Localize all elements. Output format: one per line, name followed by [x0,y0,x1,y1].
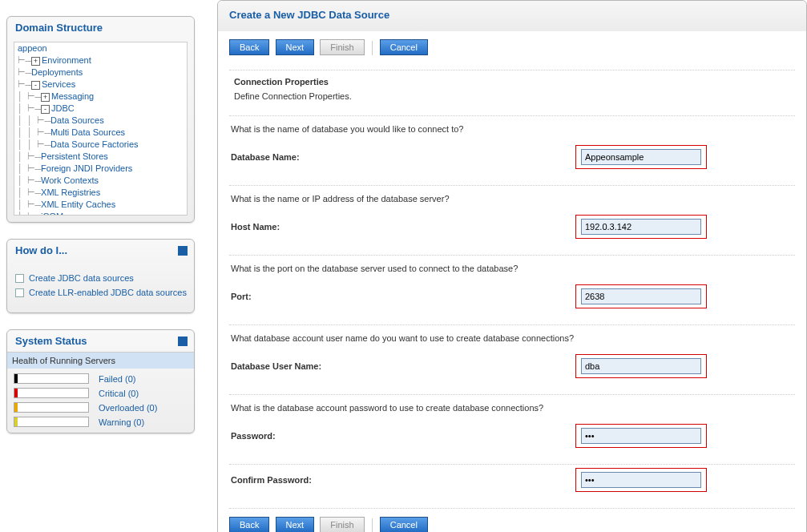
field-question: What is the port on the database server … [229,256,795,281]
bullet-icon [15,288,24,297]
tree-item-label[interactable]: Data Sources [50,115,104,125]
field-question: What is the name or IP address of the da… [229,186,795,212]
tree-item[interactable]: │ ⊢---+Messaging [18,91,187,103]
status-row: Warning (0) [14,417,188,427]
main-panel: Create a New JDBC Data Source Back Next … [217,0,807,532]
tree-item-label[interactable]: Data Source Factories [50,139,138,149]
howdoi-item[interactable]: Create LLR-enabled JDBC data sources [15,288,188,297]
password-input[interactable] [581,428,701,444]
field-label: Database User Name: [231,361,575,371]
back-button[interactable]: Back [229,517,269,532]
tree-item[interactable]: │ ⊢---jCOM [18,211,187,216]
tree-item-label[interactable]: XML Registries [41,187,100,197]
database-user-name-input[interactable] [581,358,701,374]
field-row: Password: [229,421,795,457]
domain-tree[interactable]: appeon ⊢---+Environment⊢---Deployments⊢-… [14,42,188,216]
domain-structure-panel: Domain Structure appeon ⊢---+Environment… [6,16,195,223]
collapse-icon[interactable] [178,337,188,346]
tree-item[interactable]: │ ⊢---XML Registries [18,187,187,199]
tree-item-label[interactable]: Services [42,79,75,89]
howdoi-list: Create JDBC data sourcesCreate LLR-enabl… [14,273,188,297]
status-bar [14,373,89,384]
tree-item-label[interactable]: Environment [42,55,91,65]
howdoi-link[interactable]: Create JDBC data sources [29,273,134,283]
port-input[interactable] [581,288,701,304]
howdoi-item[interactable]: Create JDBC data sources [15,273,188,283]
field-question: What database account user name do you w… [229,325,795,351]
database-name-input[interactable] [581,149,701,165]
button-row-bottom: Back Next Finish Cancel [218,509,806,532]
status-bar [14,402,89,413]
field-question: What is the database account password to… [229,395,795,421]
system-status-panel: System Status Health of Running Servers … [6,329,195,433]
tree-item[interactable]: │ ⊢---Persistent Stores [18,151,187,163]
field-question: What is the name of database you would l… [229,116,795,142]
next-button[interactable]: Next [276,39,315,55]
tree-item[interactable]: │ │ ⊢---Multi Data Sources [18,127,187,139]
howdoi-link[interactable]: Create LLR-enabled JDBC data sources [29,288,187,297]
tree-item[interactable]: ⊢---Deployments [18,66,187,79]
tree-expander-icon[interactable]: + [31,57,40,66]
domain-structure-title: Domain Structure [15,22,103,34]
section-description: Define Connection Properties. [229,90,795,109]
cancel-button[interactable]: Cancel [380,39,428,55]
field-row: Host Name: [229,212,795,248]
tree-expander-icon[interactable]: - [31,81,40,90]
tree-item[interactable]: │ ⊢---XML Entity Caches [18,199,187,211]
field-row: Confirm Password: [229,465,795,502]
tree-item-label[interactable]: jCOM [41,212,63,216]
finish-button: Finish [320,39,364,55]
field-label: Password: [231,431,575,441]
how-do-i-panel: How do I... Create JDBC data sourcesCrea… [6,239,195,313]
input-highlight [575,424,707,448]
input-highlight [575,468,707,492]
tree-item[interactable]: ⊢----Services [18,79,187,91]
tree-item-label[interactable]: JDBC [51,103,75,113]
input-highlight [575,284,707,308]
tree-item-label[interactable]: Persistent Stores [41,151,108,161]
confirm-password-input[interactable] [581,472,701,488]
button-separator [372,518,373,532]
tree-item[interactable]: │ ⊢---Work Contexts [18,175,187,187]
back-button[interactable]: Back [229,39,269,55]
how-do-i-title: How do I... [15,244,67,256]
button-row-top: Back Next Finish Cancel [218,31,806,63]
collapse-icon[interactable] [178,246,188,256]
status-link[interactable]: Warning (0) [99,417,144,427]
field-row: Database User Name: [229,351,795,388]
tree-item[interactable]: ⊢---+Environment [18,54,187,66]
tree-item[interactable]: │ │ ⊢---Data Sources [18,115,187,127]
tree-item-label[interactable]: Foreign JNDI Providers [41,163,132,173]
system-status-title: System Status [15,335,87,347]
tree-expander-icon[interactable]: + [41,93,50,102]
cancel-button[interactable]: Cancel [380,517,428,532]
tree-item[interactable]: │ ⊢---Foreign JNDI Providers [18,163,187,175]
status-bar [14,388,89,398]
status-link[interactable]: Overloaded (0) [99,403,157,413]
button-separator [372,41,373,55]
tree-item-label[interactable]: Work Contexts [41,175,99,185]
input-highlight [575,145,707,169]
field-label: Host Name: [231,222,575,232]
status-link[interactable]: Failed (0) [99,374,135,384]
next-button[interactable]: Next [276,517,315,532]
status-row: Failed (0) [14,373,188,384]
status-row: Overloaded (0) [14,402,188,413]
field-label: Confirm Password: [231,475,575,485]
tree-item-label[interactable]: XML Entity Caches [41,200,115,209]
status-bar [14,417,89,427]
tree-item-label[interactable]: Deployments [31,67,83,77]
status-row: Critical (0) [14,388,188,398]
tree-item-label[interactable]: Messaging [51,91,94,101]
tree-item[interactable]: │ │ ⊢---Data Source Factories [18,139,187,151]
input-highlight [575,215,707,239]
tree-expander-icon[interactable]: - [41,105,50,114]
tree-root[interactable]: appeon [18,43,47,53]
tree-item-label[interactable]: Multi Data Sources [50,127,125,137]
tree-item[interactable]: │ ⊢----JDBC [18,103,187,115]
host-name-input[interactable] [581,219,701,235]
field-label: Port: [231,292,575,301]
status-link[interactable]: Critical (0) [99,389,139,398]
section-heading: Connection Properties [229,71,795,90]
bullet-icon [15,274,24,283]
